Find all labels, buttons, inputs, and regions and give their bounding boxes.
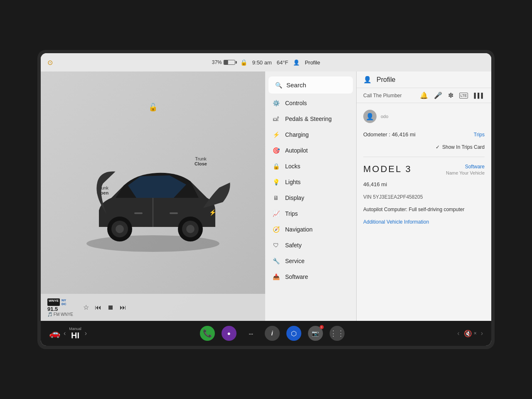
- nav-right-arrow[interactable]: ›: [85, 330, 87, 337]
- autopilot-row: Autopilot Computer: Full self-driving co…: [363, 205, 485, 213]
- lock-status-icon: 🔒: [240, 59, 247, 66]
- main-content: 🔓: [41, 71, 491, 321]
- mic-icon[interactable]: 🎤: [434, 91, 442, 99]
- radio-stop-btn[interactable]: ⏹: [107, 304, 114, 311]
- odometer-row: Odometer : 46,416 mi Trips: [363, 130, 485, 139]
- top-icons: 🔔 🎤 ✽ LTE ▌▌▌: [420, 91, 485, 99]
- navigation-icon: 🧭: [272, 226, 280, 233]
- svg-rect-8: [134, 212, 143, 214]
- status-left: ⊙: [46, 58, 54, 66]
- mileage-row: 46,416 mi: [363, 180, 485, 188]
- bluetooth-btn[interactable]: ⬡: [286, 326, 301, 341]
- menu-item-lights[interactable]: 💡 Lights: [265, 174, 356, 190]
- svg-point-7: [186, 225, 195, 233]
- nav-left-arrow[interactable]: ‹: [64, 330, 66, 337]
- software-icon: 📥: [272, 273, 280, 280]
- car-illustration: ⚡ Frunk Open Trunk Close: [74, 144, 232, 260]
- notification-icon[interactable]: 🔔: [420, 91, 428, 99]
- navigation-label: Navigation: [285, 226, 313, 233]
- menu-item-display[interactable]: 🖥 Display: [265, 190, 356, 206]
- vin-text: VIN 5YJ3E1EA2PF458205: [363, 194, 423, 200]
- bluetooth-top-icon[interactable]: ✽: [448, 91, 453, 99]
- lte-badge: LTE: [459, 93, 468, 99]
- autopilot-label: Autopilot: [285, 147, 308, 154]
- profile-header-title: Profile: [377, 76, 395, 84]
- controls-icon: ⚙️: [272, 100, 280, 106]
- radio-controls[interactable]: ☆ ⏮ ⏹ ⏭: [83, 303, 126, 311]
- svg-point-0: [86, 235, 219, 252]
- display-icon: 🖥: [272, 195, 280, 201]
- battery-bar: [224, 60, 235, 65]
- trunk-text: Trunk: [195, 156, 207, 161]
- profile-avatar: 👤: [363, 110, 377, 123]
- menu-item-controls[interactable]: ⚙️ Controls: [265, 95, 356, 111]
- taskbar-right-arrow[interactable]: ›: [481, 330, 483, 337]
- software-link[interactable]: Software: [465, 164, 485, 170]
- status-bar: ⊙ 37% 🔒 9:50 am 64°F 👤 Profile: [41, 53, 491, 71]
- taskbar-left-arrow[interactable]: ‹: [457, 330, 459, 337]
- taskbar-car-icon[interactable]: 🚗: [49, 328, 60, 339]
- phone-btn[interactable]: 📞: [200, 326, 215, 341]
- menu-item-trips[interactable]: 📈 Trips: [265, 206, 356, 222]
- screen: ⊙ 37% 🔒 9:50 am 64°F 👤 Profile: [41, 53, 491, 346]
- trunk-status: Close: [195, 161, 207, 166]
- menu-item-software[interactable]: 📥 Software: [265, 269, 356, 285]
- menu-item-navigation[interactable]: 🧭 Navigation: [265, 222, 356, 237]
- battery-indicator: 37%: [212, 59, 235, 65]
- menu-item-safety[interactable]: 🛡 Safety: [265, 237, 356, 253]
- menu-item-service[interactable]: 🔧 Service: [265, 253, 356, 269]
- taskbar-center: 📞 ● ··· i ⬡ 📷 !! ⋮⋮: [200, 326, 345, 341]
- menu-item-autopilot[interactable]: 🎯 Autopilot: [265, 143, 356, 158]
- divider-1: [363, 157, 485, 157]
- svg-rect-9: [170, 212, 178, 214]
- radio-frequency: 91.5: [47, 306, 73, 312]
- trips-icon: 📈: [272, 210, 280, 217]
- radio-station-name: FM WNYE: [54, 312, 73, 317]
- display-label: Display: [285, 195, 304, 201]
- menu-item-pedals[interactable]: 🛋 Pedals & Steering: [265, 111, 356, 127]
- search-label: Search: [286, 81, 306, 89]
- odo-label: odo: [381, 114, 388, 119]
- camera-btn[interactable]: 📷 !!: [308, 326, 323, 341]
- menu-item-charging[interactable]: ⚡ Charging: [265, 127, 356, 143]
- radio-favorite-btn[interactable]: ☆: [83, 303, 89, 311]
- controls-label: Controls: [285, 100, 307, 106]
- pedals-label: Pedals & Steering: [285, 116, 332, 122]
- dots-btn[interactable]: ···: [243, 326, 258, 341]
- screen-frame: ⊙ 37% 🔒 9:50 am 64°F 👤 Profile: [37, 50, 495, 349]
- name-vehicle-text[interactable]: Name Your Vehicle: [446, 170, 485, 175]
- camera-badge: !!: [320, 325, 324, 329]
- software-label: Software: [285, 273, 308, 280]
- additional-info-link[interactable]: Additional Vehicle Information: [363, 219, 429, 225]
- menu-item-locks[interactable]: 🔒 Locks: [265, 158, 356, 174]
- additional-info-row: Additional Vehicle Information: [363, 218, 485, 225]
- profile-label[interactable]: Profile: [305, 59, 320, 66]
- trunk-label: Trunk Close: [195, 156, 207, 166]
- radio-info: WNYE NYDC 91.5 🎵 FM WNYE: [47, 298, 73, 317]
- trips-link[interactable]: Trips: [474, 132, 485, 138]
- charging-label: Charging: [285, 131, 309, 138]
- tire-pressure-icon: ⊙: [46, 58, 54, 66]
- voice-btn[interactable]: ●: [222, 326, 236, 341]
- lock-icon-car: 🔓: [148, 103, 158, 112]
- car-svg: ⚡: [74, 144, 232, 260]
- volume-x: ×: [474, 330, 477, 336]
- locks-icon: 🔒: [272, 163, 280, 170]
- model-software-row: Model 3 Software Name Your Vehicle: [363, 164, 485, 175]
- volume-btn[interactable]: 🔇 ×: [464, 330, 477, 337]
- menu-dots-btn[interactable]: ⋮⋮: [330, 326, 345, 341]
- taskbar-climate: Manual HI: [69, 327, 81, 340]
- service-label: Service: [285, 258, 305, 264]
- svg-text:⚡: ⚡: [209, 209, 217, 216]
- info-btn[interactable]: i: [265, 326, 280, 341]
- frunk-status: Open: [97, 190, 108, 195]
- radio-next-btn[interactable]: ⏭: [120, 304, 126, 311]
- climate-value[interactable]: HI: [71, 331, 79, 340]
- radio-station-logo: WNYE NYDC: [47, 298, 73, 306]
- radio-prev-btn[interactable]: ⏮: [95, 304, 101, 311]
- menu-item-search[interactable]: 🔍 Search: [268, 76, 353, 94]
- autopilot-icon: 🎯: [272, 147, 280, 154]
- show-trips-text[interactable]: Show In Trips Card: [442, 144, 485, 150]
- autopilot-computer-text: Autopilot Computer: Full self-driving co…: [363, 207, 464, 212]
- status-center: 37% 🔒 9:50 am 64°F 👤 Profile: [212, 59, 320, 66]
